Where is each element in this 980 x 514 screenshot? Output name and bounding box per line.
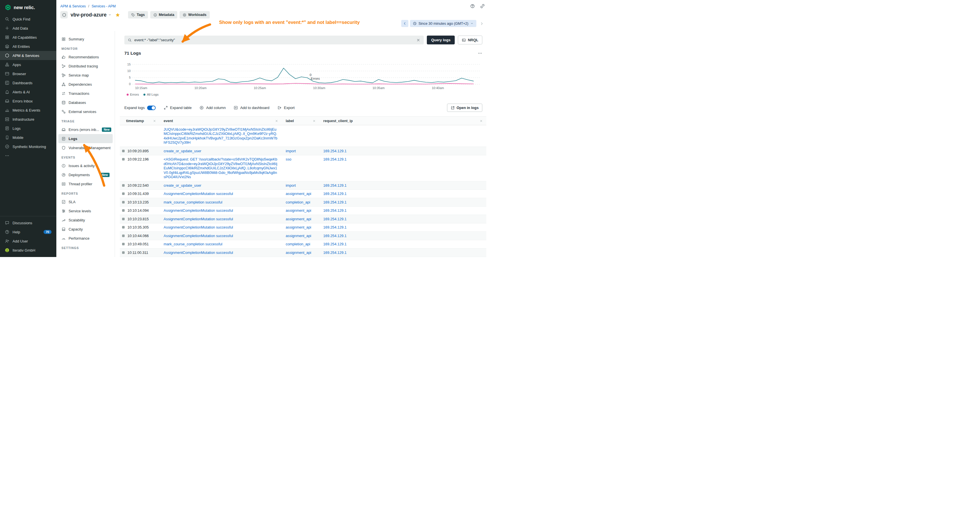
workloads-button[interactable]: Workloads (180, 11, 210, 19)
table-row[interactable]: 10:09:20.895create_or_update_userimport1… (120, 147, 486, 155)
clear-query-icon[interactable] (416, 38, 420, 42)
sidebar-item-all-entities[interactable]: All Entities (0, 42, 56, 51)
remove-column-icon[interactable] (275, 119, 278, 123)
sidebar-item-more[interactable] (0, 151, 56, 160)
ip-link[interactable]: 169.254.129.1 (323, 149, 347, 153)
subnav-item-issues-activity[interactable]: Issues & activity (56, 161, 115, 170)
legend-all-logs[interactable]: All Logs (143, 93, 159, 96)
sidebar-item-logs[interactable]: Logs (0, 124, 56, 133)
event-link[interactable]: AssignmentCompletionMutation successful (164, 250, 233, 255)
event-link[interactable]: <ASGIRequest: GET '/sso/callback/?state=… (164, 157, 277, 179)
remove-column-icon[interactable] (479, 119, 483, 123)
label-link[interactable]: assignment_api (286, 225, 311, 229)
subnav-item-deployments[interactable]: DeploymentsNew (56, 170, 115, 179)
ip-link[interactable]: 169.254.129.1 (323, 217, 347, 221)
label-link[interactable]: completion_api (286, 200, 310, 204)
event-link[interactable]: AssignmentCompletionMutation successful (164, 191, 233, 196)
log-query-input[interactable]: event:* -"label":"security" (124, 36, 424, 45)
legend-errors[interactable]: Errors (127, 93, 139, 96)
tags-button[interactable]: Tags (128, 11, 148, 19)
event-link[interactable]: AssignmentCompletionMutation successful (164, 217, 233, 221)
table-row[interactable]: 10:10:44.066AssignmentCompletionMutation… (120, 232, 486, 240)
row-checkbox[interactable] (122, 226, 125, 229)
table-row[interactable]: 10:10:49.051mark_course_completion succe… (120, 240, 486, 249)
event-link[interactable]: mark_course_completion successful (164, 242, 222, 246)
sidebar-item-quick-find[interactable]: Quick Find (0, 14, 56, 24)
sidebar-item-metrics-events[interactable]: Metrics & Events (0, 106, 56, 115)
event-link[interactable]: create_or_update_user (164, 149, 201, 153)
sidebar-item-errors-inbox[interactable]: Errors Inbox (0, 97, 56, 106)
sidebar-item-add-data[interactable]: Add Data (0, 24, 56, 33)
table-row[interactable]: JUQVU&code=eyJraWQiOiJjcGltY29yZV8wOTl1M… (120, 125, 486, 147)
expand-table-button[interactable]: Expand table (164, 106, 192, 110)
ip-link[interactable]: 169.254.129.1 (323, 200, 347, 204)
row-checkbox[interactable] (122, 184, 125, 187)
column-header-event[interactable]: event (160, 119, 282, 123)
subnav-item-distributed-tracing[interactable]: Distributed tracing (56, 62, 115, 71)
sidebar-item-alerts-ai[interactable]: Alerts & AI (0, 88, 56, 97)
newrelic-logo[interactable]: new relic. (0, 0, 56, 14)
row-checkbox[interactable] (122, 218, 125, 220)
ip-link[interactable]: 169.254.129.1 (323, 225, 347, 229)
label-link[interactable]: assignment_api (286, 234, 311, 238)
subnav-item-external-services[interactable]: External services (56, 107, 115, 116)
nrql-button[interactable]: NRQL (458, 36, 482, 45)
add-column-button[interactable]: Add column (199, 106, 226, 110)
event-link[interactable]: mark_course_completion successful (164, 200, 222, 204)
column-header-request-client-ip[interactable]: request_client_ip (319, 119, 486, 123)
expand-logs-toggle[interactable]: Expand logs (124, 106, 156, 110)
event-link[interactable]: JUQVU&code=eyJraWQiOiJjcGltY29yZV8wOTl1M… (164, 127, 277, 145)
more-options-icon[interactable] (478, 51, 482, 56)
row-checkbox[interactable] (122, 150, 125, 152)
table-row[interactable]: 10:11:00.311AssignmentCompletionMutation… (120, 248, 486, 257)
permalink-icon[interactable] (480, 4, 485, 8)
sidebar-item-mobile[interactable]: Mobile (0, 133, 56, 142)
ip-link[interactable]: 169.254.129.1 (323, 208, 347, 213)
query-logs-button[interactable]: Query logs (427, 36, 455, 45)
subnav-item-service-levels[interactable]: Service levels (56, 206, 115, 215)
event-link[interactable]: AssignmentCompletionMutation successful (164, 225, 233, 229)
time-back-button[interactable] (401, 20, 408, 27)
subnav-item-transactions[interactable]: Transactions (56, 89, 115, 98)
table-row[interactable]: 10:09:22.196<ASGIRequest: GET '/sso/call… (120, 155, 486, 181)
table-row[interactable]: 10:10:14.094AssignmentCompletionMutation… (120, 207, 486, 215)
label-link[interactable]: completion_api (286, 242, 310, 246)
ip-link[interactable]: 169.254.129.1 (323, 191, 347, 196)
column-header-timestamp[interactable]: timestamp (120, 119, 160, 123)
export-button[interactable]: Export (277, 106, 295, 110)
breadcrumb-apm-services[interactable]: APM & Services (60, 4, 86, 8)
event-link[interactable]: AssignmentCompletionMutation successful (164, 234, 233, 238)
favorite-star-icon[interactable] (115, 13, 120, 18)
page-title[interactable]: vbv-prod-azure (70, 12, 107, 18)
subnav-item-performance[interactable]: Performance (56, 234, 115, 243)
sidebar-item-infrastructure[interactable]: Infrastructure (0, 115, 56, 124)
sidebar-item-iterativ-gmbh[interactable]: Iterativ GmbH (0, 246, 56, 255)
sidebar-item-all-capabilities[interactable]: All Capabilities (0, 33, 56, 42)
label-link[interactable]: sso (286, 157, 291, 161)
sidebar-item-apm-services[interactable]: APM & Services (0, 51, 56, 60)
sidebar-item-add-user[interactable]: Add User (0, 237, 56, 246)
subnav-item-recommendations[interactable]: Recommendations (56, 53, 115, 62)
remove-column-icon[interactable] (312, 119, 316, 123)
subnav-item-dependencies[interactable]: Dependencies (56, 80, 115, 89)
sidebar-item-dashboards[interactable]: Dashboards (0, 78, 56, 88)
event-link[interactable]: AssignmentCompletionMutation successful (164, 208, 233, 213)
sidebar-item-apps[interactable]: Apps (0, 60, 56, 69)
row-checkbox[interactable] (122, 193, 125, 195)
row-checkbox[interactable] (122, 251, 125, 254)
row-checkbox[interactable] (122, 209, 125, 212)
event-link[interactable]: create_or_update_user (164, 183, 201, 188)
subnav-item-vulnerability-management[interactable]: Vulnerability Management (56, 143, 115, 152)
breadcrumb-services-apm[interactable]: Services - APM (92, 4, 116, 8)
subnav-item-scalability[interactable]: Scalability (56, 215, 115, 224)
sidebar-item-discussions[interactable]: Discussions (0, 218, 56, 228)
subnav-item-capacity[interactable]: Capacity (56, 224, 115, 234)
label-link[interactable]: import (286, 149, 296, 153)
time-picker[interactable]: Since 30 minutes ago (GMT+2) (410, 20, 476, 27)
row-checkbox[interactable] (122, 158, 125, 161)
add-to-dashboard-button[interactable]: Add to dashboard (234, 106, 269, 110)
ip-link[interactable]: 169.254.129.1 (323, 242, 347, 246)
ip-link[interactable]: 169.254.129.1 (323, 234, 347, 238)
row-checkbox[interactable] (122, 201, 125, 204)
ip-link[interactable]: 169.254.129.1 (323, 250, 347, 255)
